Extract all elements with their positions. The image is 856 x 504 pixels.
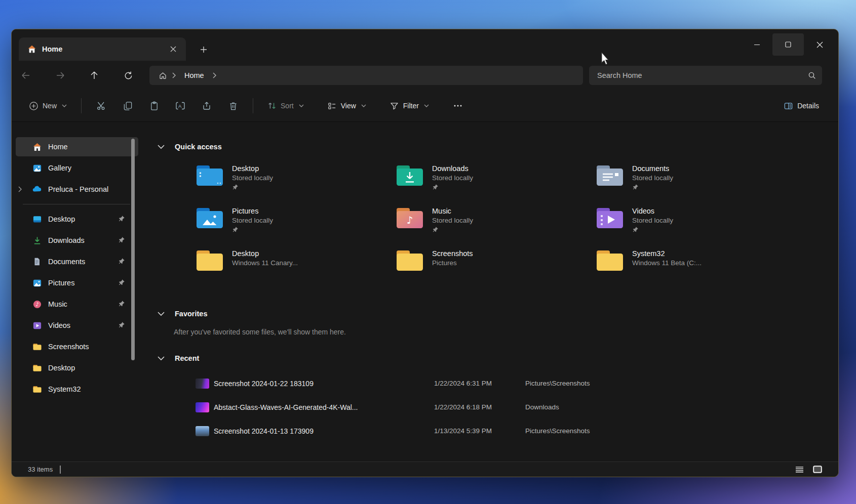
- filter-funnel-icon: [390, 101, 399, 111]
- svg-text:♪: ♪: [407, 214, 413, 226]
- sidebar-item-downloads[interactable]: Downloads: [16, 231, 138, 250]
- tile-screenshots[interactable]: Screenshots Pictures: [396, 249, 578, 291]
- up-button[interactable]: [84, 65, 104, 86]
- sidebar-item-desktop-folder[interactable]: Desktop: [16, 358, 138, 377]
- clipboard-icon: [149, 101, 159, 111]
- folder-yellow-icon: [396, 249, 424, 272]
- section-header-quick-access[interactable]: Quick access: [142, 141, 838, 153]
- recent-file-row[interactable]: Screenshot 2024-01-13 173909 1/13/2024 5…: [142, 419, 838, 443]
- tile-documents[interactable]: Documents Stored locally: [596, 164, 778, 206]
- maximize-button[interactable]: [772, 33, 804, 56]
- tile-desktop-canary[interactable]: Desktop Windows 11 Canary...: [196, 249, 378, 291]
- download-arrow-icon: [32, 235, 42, 245]
- more-options-icon: [453, 101, 462, 110]
- breadcrumb-segment-home[interactable]: Home: [180, 70, 208, 80]
- details-button[interactable]: Details: [777, 96, 825, 116]
- navigation-pane: Home Gallery Preluca - Personal: [12, 122, 142, 447]
- sidebar-item-music[interactable]: ♪ Music: [16, 295, 138, 314]
- pin-icon: [232, 226, 273, 233]
- cut-button[interactable]: [90, 96, 113, 116]
- sort-arrows-icon: [267, 101, 277, 110]
- sidebar-item-pictures[interactable]: Pictures: [16, 273, 138, 292]
- recent-file-row[interactable]: Screenshot 2024-01-22 183109 1/22/2024 6…: [142, 371, 838, 395]
- tab-home[interactable]: Home: [19, 37, 186, 61]
- folder-documents-gray-icon: [596, 164, 624, 187]
- more-options-button[interactable]: [446, 96, 470, 116]
- tile-system32[interactable]: System32 Windows 11 Beta (C:...: [596, 249, 778, 291]
- tile-desktop[interactable]: Desktop Stored locally: [196, 164, 378, 206]
- back-button[interactable]: [16, 65, 36, 86]
- tile-pictures[interactable]: Pictures Stored locally: [196, 206, 378, 249]
- pin-icon: [632, 184, 673, 191]
- chevron-down-icon: [361, 104, 366, 108]
- sidebar-item-preluca-personal[interactable]: Preluca - Personal: [16, 180, 138, 199]
- share-icon: [202, 101, 212, 111]
- filter-button[interactable]: Filter: [383, 96, 435, 116]
- section-header-recent[interactable]: Recent: [142, 352, 838, 364]
- sidebar-item-home[interactable]: Home: [16, 137, 138, 156]
- pin-icon: [232, 184, 273, 191]
- folder-icon: [32, 384, 42, 394]
- svg-text:A: A: [178, 103, 182, 109]
- chevron-down-icon: [62, 104, 67, 108]
- search-box[interactable]: [589, 66, 822, 85]
- document-icon: [32, 257, 42, 267]
- sidebar-item-videos[interactable]: Videos: [16, 316, 138, 335]
- sidebar-item-system32[interactable]: System32: [16, 380, 138, 399]
- forward-button[interactable]: [50, 65, 70, 86]
- command-bar: New A: [12, 90, 838, 122]
- tab-close-icon[interactable]: [167, 43, 180, 56]
- file-list-pane: Quick access Desktop Stored locally: [142, 122, 838, 447]
- new-tab-button[interactable]: [195, 41, 212, 58]
- sidebar-scrollbar[interactable]: [131, 139, 135, 360]
- minimize-button[interactable]: [741, 33, 772, 56]
- section-header-favorites[interactable]: Favorites: [142, 308, 838, 320]
- rename-button[interactable]: A: [169, 96, 192, 116]
- share-button[interactable]: [195, 96, 218, 116]
- sidebar-item-documents[interactable]: Documents: [16, 252, 138, 271]
- chevron-down-icon[interactable]: [158, 145, 165, 149]
- quick-access-grid: Desktop Stored locally Downloads Stored …: [142, 164, 838, 291]
- folder-yellow-icon: [596, 249, 624, 272]
- close-button[interactable]: [804, 33, 835, 56]
- sidebar-item-screenshots[interactable]: Screenshots: [16, 337, 138, 356]
- monitor-icon: [32, 214, 42, 224]
- tile-music[interactable]: ♪ Music Stored locally: [396, 206, 578, 249]
- tile-downloads[interactable]: Downloads Stored locally: [396, 164, 578, 206]
- pin-icon: [118, 321, 125, 328]
- recent-file-row[interactable]: Abstact-Glass-Waves-AI-Generated-4K-Wal.…: [142, 395, 838, 419]
- view-button[interactable]: View: [321, 96, 372, 116]
- list-lines-icon: [795, 466, 804, 473]
- details-view-button[interactable]: [793, 464, 806, 475]
- folder-yellow-icon: [196, 249, 224, 272]
- sidebar-item-gallery[interactable]: Gallery: [16, 158, 138, 178]
- chevron-down-icon[interactable]: [158, 312, 165, 316]
- toolbar-divider: [253, 98, 253, 113]
- large-thumbnails-view-button[interactable]: [811, 464, 824, 475]
- sidebar-item-desktop[interactable]: Desktop: [16, 209, 138, 229]
- search-input[interactable]: [597, 71, 808, 79]
- search-icon[interactable]: [808, 71, 816, 79]
- new-button[interactable]: New: [23, 96, 73, 116]
- folder-pictures-blue-icon: [196, 206, 224, 230]
- refresh-button[interactable]: [118, 65, 138, 86]
- chevron-right-icon[interactable]: [18, 186, 22, 192]
- pictures-icon: [32, 278, 42, 288]
- copy-button[interactable]: [116, 96, 139, 116]
- breadcrumb: Home: [149, 66, 583, 85]
- status-bar: 33 items: [12, 461, 838, 477]
- chevron-down-icon[interactable]: [158, 356, 165, 361]
- home-outline-icon[interactable]: [158, 70, 168, 80]
- delete-button[interactable]: [221, 96, 245, 116]
- chevron-down-icon: [424, 104, 429, 108]
- tile-videos[interactable]: Videos Stored locally: [596, 206, 778, 249]
- chevron-right-icon: [210, 72, 219, 78]
- scissors-icon: [96, 101, 106, 111]
- folder-desktop-blue-icon: [196, 164, 224, 187]
- paste-button[interactable]: [142, 96, 166, 116]
- folder-music-pink-icon: ♪: [396, 206, 424, 230]
- favorites-empty-message: After you've favorited some files, we'll…: [142, 328, 838, 336]
- sort-button[interactable]: Sort: [261, 96, 310, 116]
- trash-icon: [228, 101, 238, 111]
- details-panel-icon: [784, 101, 793, 111]
